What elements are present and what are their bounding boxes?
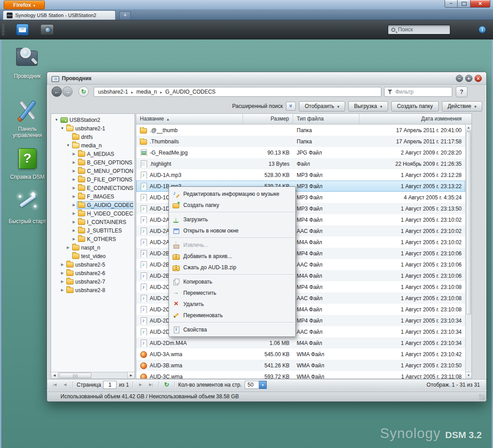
toolbar-button[interactable]: Создать папку <box>391 101 439 112</box>
breadcrumb-item[interactable]: media_n <box>136 89 165 95</box>
tree-item[interactable]: test_video <box>52 252 134 260</box>
minimize-button[interactable] <box>445 0 458 8</box>
column-header-size[interactable]: Размер <box>243 114 293 124</box>
context-menu-item[interactable]: Добавить в архив... <box>169 250 295 262</box>
scrollbar-thumb[interactable] <box>59 373 91 378</box>
tree-expand-arrow-icon[interactable] <box>71 194 77 198</box>
tree-expand-arrow-icon[interactable] <box>71 169 77 173</box>
screenshot-camera-icon[interactable] <box>40 24 54 35</box>
tree-item[interactable]: usbshare2-7 <box>52 277 134 286</box>
toolbar-button[interactable]: Отобразить <box>299 101 345 112</box>
filter-input[interactable]: Фильтр <box>384 87 452 97</box>
file-row[interactable]: .highlight 13 Bytes Файл 22 Ноябрь 2009 … <box>136 158 465 169</box>
desktop-icon-explorer[interactable]: Проводник <box>6 45 49 79</box>
previous-page-button[interactable] <box>61 381 69 389</box>
tree-expand-arrow-icon[interactable] <box>60 126 65 130</box>
maximize-button[interactable] <box>458 0 470 8</box>
resize-grip[interactable] <box>479 394 485 400</box>
refresh-list-button[interactable] <box>163 381 171 388</box>
tree-expand-arrow-icon[interactable] <box>60 263 65 267</box>
tree-expand-arrow-icon[interactable] <box>65 246 71 250</box>
tree-item[interactable]: D_FILE_OPTIONS <box>52 175 134 184</box>
dropdown-arrow-icon[interactable] <box>259 381 267 389</box>
scroll-down-arrow-icon[interactable] <box>466 372 471 379</box>
scroll-right-arrow-icon[interactable] <box>127 372 134 379</box>
tree-item[interactable]: A_MEDIAS <box>52 150 134 158</box>
tree-expand-arrow-icon[interactable] <box>71 160 77 164</box>
tree-item[interactable]: H_VIDEO_CODECS <box>52 209 134 218</box>
file-row[interactable]: AUD-2Dm.M4A 1.06 MB M4A Файл 1 Август 20… <box>136 337 465 349</box>
file-list-vertical-scrollbar[interactable] <box>465 125 471 379</box>
breadcrumb[interactable]: usbshare2-1 media_n G_AUDIO_CODECS <box>94 87 381 97</box>
breadcrumb-label[interactable]: G_AUDIO_CODECS <box>165 89 216 95</box>
advanced-search-expand-button[interactable] <box>286 102 296 111</box>
context-menu-item[interactable]: Переименовать <box>169 310 295 321</box>
tree-item[interactable]: K_OTHERS <box>52 235 134 243</box>
tree-expand-arrow-icon[interactable] <box>60 280 65 284</box>
last-page-button[interactable] <box>147 381 155 389</box>
context-menu-item[interactable]: Переместить <box>169 287 295 298</box>
tree-item[interactable]: usbshare2-1 <box>52 124 134 133</box>
window-minimize-button[interactable] <box>456 75 463 82</box>
page-number-input[interactable] <box>103 381 117 389</box>
tree-item[interactable]: B_GEN_OPTIONS <box>52 158 134 167</box>
breadcrumb-item[interactable]: G_AUDIO_CODECS <box>165 89 216 95</box>
scrollbar-thumb[interactable] <box>466 132 471 314</box>
tree-expand-arrow-icon[interactable] <box>60 288 65 292</box>
context-menu-item[interactable]: Копировать <box>169 276 295 287</box>
scroll-up-arrow-icon[interactable] <box>466 125 471 131</box>
tree-item[interactable]: dntfs <box>52 133 134 141</box>
mail-extension-icon[interactable] <box>16 24 29 35</box>
tree-expand-arrow-icon[interactable] <box>65 143 71 147</box>
tree-item[interactable]: usbshare2-6 <box>52 269 134 277</box>
tree-expand-arrow-icon[interactable] <box>60 271 65 275</box>
context-menu-item[interactable]: Создать папку <box>169 199 295 211</box>
window-titlebar[interactable]: Проводник <box>47 72 486 85</box>
context-menu-item[interactable]: Редактировать информацию о музыке <box>169 188 295 199</box>
browser-search-input[interactable]: Поиск <box>388 25 450 34</box>
column-header-type[interactable]: Тип файла <box>293 114 359 124</box>
tree-item[interactable]: F_IMAGES <box>52 192 134 201</box>
tree-item[interactable]: media_n <box>52 141 134 150</box>
tree-expand-arrow-icon[interactable] <box>71 186 77 190</box>
tree-expand-arrow-icon[interactable] <box>71 220 77 224</box>
context-menu-item[interactable]: Удалить <box>169 298 295 310</box>
tree-expand-arrow-icon[interactable] <box>71 228 77 233</box>
breadcrumb-label[interactable]: usbshare2-1 <box>98 89 128 95</box>
tree-horizontal-scrollbar[interactable] <box>51 372 134 379</box>
tree-item[interactable]: G_AUDIO_CODECS <box>52 201 134 209</box>
context-menu-item[interactable]: Открыть в новом окне <box>169 225 295 236</box>
tree-item[interactable]: J_SUBTITLES <box>52 226 134 235</box>
context-menu-item[interactable]: Загрузить <box>169 214 295 225</box>
column-header-name[interactable]: Название <box>136 114 243 124</box>
tree-item[interactable]: usbshare2-8 <box>52 286 134 294</box>
back-button[interactable] <box>52 86 62 97</box>
breadcrumb-item[interactable]: usbshare2-1 <box>98 89 136 95</box>
tree-item[interactable]: USBStation2 <box>52 116 134 124</box>
close-button[interactable] <box>470 0 490 8</box>
per-page-select[interactable]: 50 <box>245 381 267 389</box>
tree-item[interactable]: naspt_n <box>52 243 134 252</box>
file-row[interactable]: -G_ReadMe.jpg 90.13 KB JPG Файл 2 Август… <box>136 147 465 158</box>
new-tab-button[interactable]: + <box>119 11 131 19</box>
desktop-icon-quick-start[interactable]: Быстрый старт <box>6 190 49 224</box>
scroll-left-arrow-icon[interactable] <box>51 372 58 379</box>
tree-expand-arrow-icon[interactable] <box>71 177 77 181</box>
context-menu-item[interactable]: Свойства <box>169 324 295 335</box>
toolbar-button[interactable]: Действие <box>442 101 482 112</box>
desktop-icon-dsm-help[interactable]: ? Справка DSM <box>6 146 49 180</box>
tree-item[interactable]: usbshare2-5 <box>52 260 134 269</box>
context-menu-item[interactable]: Извлечь... <box>169 239 295 250</box>
tree-expand-arrow-icon[interactable] <box>71 203 77 207</box>
file-row[interactable]: .@__thumb Папка 17 Апрель 2011 г. 20:41:… <box>136 125 465 136</box>
info-icon[interactable] <box>479 26 486 33</box>
context-menu-item[interactable]: Сжать до AUD-1B.zip <box>169 262 295 273</box>
help-button[interactable]: ? <box>456 86 467 97</box>
file-row[interactable]: AUD-3B.wma 541.26 KB WMA Файл 1 Август 2… <box>136 360 465 371</box>
tree-expand-arrow-icon[interactable] <box>71 211 77 215</box>
tree-item[interactable]: C_MENU_OPTIONS <box>52 167 134 175</box>
browser-tab[interactable]: Synology USB Station - USBStation2 <box>3 10 116 20</box>
file-row[interactable]: AUD-1A.mp3 528.30 KB MP3 Файл 1 Август 2… <box>136 169 465 181</box>
breadcrumb-label[interactable]: media_n <box>136 89 157 95</box>
forward-button[interactable] <box>62 86 73 97</box>
